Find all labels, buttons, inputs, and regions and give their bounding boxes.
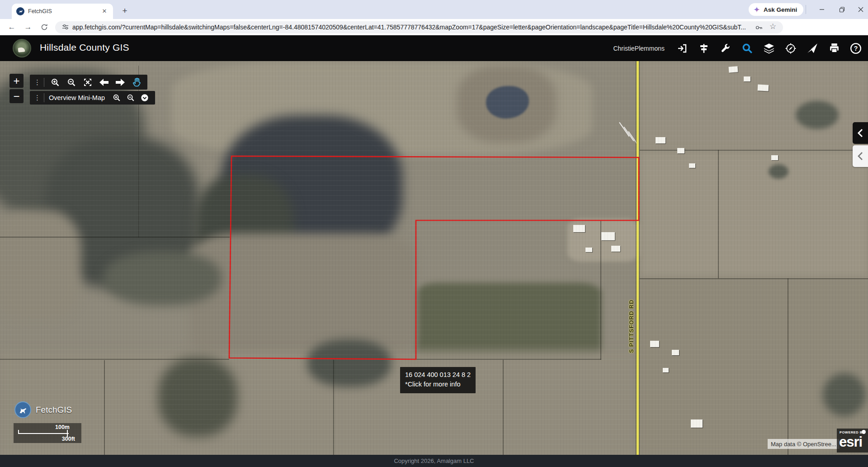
minimap-collapse-icon[interactable] (137, 91, 151, 105)
woods-patch (796, 101, 839, 129)
tooltip-hint: *Click for more info (405, 380, 471, 389)
building (585, 248, 592, 252)
esri-wordmark: esri (839, 434, 862, 450)
woods-patch (158, 357, 237, 437)
building (677, 148, 684, 153)
scale-bar: 100m 300ft (14, 423, 81, 443)
forward-icon[interactable]: → (22, 21, 34, 33)
full-extent-icon[interactable] (80, 75, 96, 90)
expand-panel-light-button[interactable] (853, 145, 868, 167)
drag-handle-icon[interactable]: ⋮ (30, 78, 44, 86)
scale-imperial-label: 300ft (62, 436, 75, 442)
building (601, 232, 615, 240)
zoom-in-tool-icon[interactable] (47, 75, 63, 90)
expand-panel-dark-button[interactable] (853, 122, 868, 144)
divider (44, 78, 44, 87)
previous-extent-icon[interactable] (96, 75, 112, 90)
woods-patch (104, 251, 222, 305)
new-tab-button[interactable]: + (118, 5, 131, 17)
field-patch (640, 61, 868, 152)
field-patch (0, 210, 81, 319)
field-patch (190, 233, 416, 364)
map-toolbar: ⋮ (30, 75, 147, 90)
woods-patch (307, 339, 391, 387)
fetchgis-logo-icon[interactable] (14, 401, 31, 418)
parcel-line (0, 237, 230, 238)
minimize-button[interactable] (812, 0, 832, 19)
parcel-line (788, 278, 788, 455)
search-icon[interactable] (741, 43, 753, 54)
driveway-mark (619, 122, 629, 137)
map-canvas[interactable]: S PITTSFORD RD + − ⋮ (0, 61, 868, 455)
map-attribution: Map data © OpenStree... (768, 439, 840, 449)
tab-title: FetchGIS (28, 8, 97, 14)
field-patch (640, 152, 868, 278)
ask-gemini-label: Ask Gemini (764, 6, 797, 13)
parcel-id: 16 024 400 013 24 8 2 (405, 370, 471, 380)
app-header: Hillsdale County GIS ChristiePlemmons (0, 35, 868, 61)
help-icon[interactable]: ? (850, 43, 862, 54)
app-footer: Copyright 2026, Amalgam LLC (0, 455, 868, 467)
layers-icon[interactable] (763, 43, 775, 54)
username-label: ChristiePlemmons (613, 45, 665, 52)
parcel-line (0, 359, 229, 360)
browser-window: FetchGIS ✕ + Ask Gemini ← → (0, 0, 868, 467)
back-icon[interactable]: ← (5, 21, 18, 33)
selected-parcel-outline (229, 156, 639, 359)
bookmark-star-icon[interactable]: ☆ (769, 22, 776, 31)
svg-text:?: ? (854, 45, 858, 52)
restore-button[interactable] (832, 0, 852, 19)
esri-globe-icon (862, 430, 866, 434)
scale-metric-label: 100m (55, 424, 70, 430)
site-settings-icon[interactable] (61, 23, 69, 33)
county-seal-logo (13, 39, 31, 57)
building (650, 341, 659, 347)
building (689, 163, 695, 168)
minimap-zoom-out-icon[interactable] (123, 91, 137, 105)
forest-patch (194, 174, 294, 283)
scale-line (18, 433, 69, 434)
pan-hand-icon[interactable] (128, 75, 145, 90)
url-field[interactable]: app.fetchgis.com/?currentMap=hillsdale&s… (55, 21, 783, 33)
print-icon[interactable] (828, 43, 840, 54)
compass-icon[interactable] (785, 43, 797, 54)
page-title: Hillsdale County GIS (40, 42, 129, 53)
share-plane-icon[interactable] (807, 43, 818, 54)
tab-strip: FetchGIS ✕ + Ask Gemini (0, 0, 868, 19)
building (611, 246, 620, 252)
parcel-tooltip[interactable]: 16 024 400 013 24 8 2 *Click for more in… (400, 367, 476, 393)
map-overlays (0, 61, 868, 455)
building (656, 137, 665, 143)
ask-gemini-button[interactable]: Ask Gemini (749, 3, 803, 16)
tab-close-icon[interactable]: ✕ (100, 7, 108, 15)
browser-tab[interactable]: FetchGIS ✕ (12, 4, 113, 19)
field-patch (457, 66, 556, 143)
parcel-line (600, 220, 601, 360)
sign-in-icon[interactable] (676, 43, 688, 54)
fetchgis-brand-label: FetchGIS (36, 405, 72, 415)
reload-icon[interactable] (38, 21, 51, 33)
woods-patch (823, 373, 866, 416)
field-patch (640, 278, 868, 455)
url-text: app.fetchgis.com/?currentMap=hillsdale&s… (72, 24, 750, 31)
zoom-in-button[interactable]: + (9, 74, 24, 88)
zoom-out-tool-icon[interactable] (63, 75, 80, 90)
scale-tick (18, 430, 19, 434)
farmyard-patch (567, 219, 640, 262)
field-patch (0, 351, 637, 455)
signpost-icon[interactable] (698, 43, 710, 54)
wrench-icon[interactable] (720, 43, 731, 54)
parcel-line (640, 150, 868, 151)
building (573, 225, 585, 232)
building (663, 368, 669, 372)
zoom-out-button[interactable]: − (9, 89, 24, 103)
drag-handle-icon[interactable]: ⋮ (30, 94, 44, 102)
woods-patch (769, 164, 788, 179)
minimap-zoom-in-icon[interactable] (109, 91, 123, 105)
password-key-icon[interactable] (755, 24, 763, 33)
parcel-line (333, 360, 334, 455)
road-line (637, 61, 639, 455)
gemini-sparkle-icon (753, 6, 760, 13)
next-extent-icon[interactable] (112, 75, 128, 90)
close-window-button[interactable] (851, 0, 868, 19)
